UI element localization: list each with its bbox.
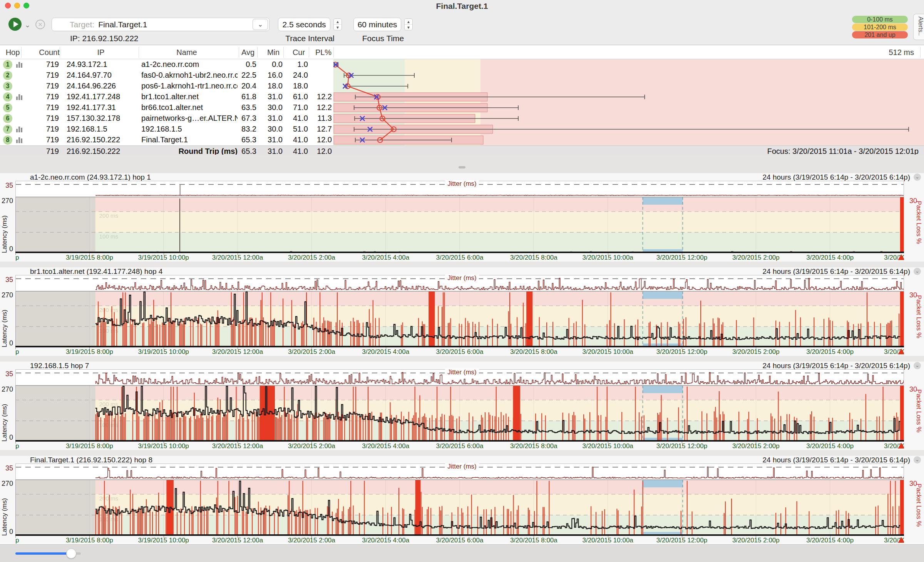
ip-line: IP: 216.92.150.222 [70, 34, 139, 43]
jitter-strip: 35Jitter (ms) [0, 181, 924, 197]
latency-plot-area: 2700Latency (ms)30Packet Loss % [0, 197, 924, 253]
time-tick-label: 3/20/2015 12:00p [656, 442, 707, 450]
time-tick-label: 3/20/2015 6:00a [436, 537, 484, 544]
trace-interval-stepper[interactable]: ▲▼ [333, 18, 342, 30]
splitter-handle[interactable] [459, 166, 465, 168]
time-tick-label: 3/20/2015 4:00a [362, 254, 409, 262]
hop-row-3[interactable]: 371924.164.96.226pos6-1.akrnoh1-rtr1.neo… [0, 81, 333, 92]
cell-min: 31.0 [257, 135, 283, 144]
time-tick-label: 3/20/2015 12:00a [212, 537, 263, 544]
time-tick-label: 3/20/2015 12:00a [212, 254, 263, 262]
timeline-block-4: Final.Target.1 (216.92.150.222) hop 824 … [0, 456, 924, 544]
column-header-plpct[interactable]: PL% [308, 48, 339, 57]
cell-min: 31.0 [257, 92, 283, 101]
cell-avg: 83.2 [231, 125, 256, 133]
time-tick-label: 3/20/2015 12:00p [656, 537, 707, 544]
column-header-ip[interactable]: IP [85, 48, 116, 57]
cell-pl: 12.0 [309, 135, 332, 144]
jitter-label: Jitter (ms) [0, 180, 924, 188]
time-tick-label: 3/20/2015 2:00p [732, 254, 780, 262]
time-axis: 0p3/19/2015 8:00p3/19/2015 10:00p3/20/20… [15, 347, 904, 356]
hop-latency-mini-graph[interactable] [333, 59, 924, 145]
hop-row-7[interactable]: 7719192.168.1.5192.168.1.583.230.051.012… [0, 124, 333, 135]
jitter-strip: 35Jitter (ms) [0, 464, 924, 480]
cell-pl: 12.7 [309, 125, 332, 133]
time-tick-label: 3/20/2015 8:00a [510, 537, 557, 544]
hop-number-badge: 3 [3, 82, 12, 91]
play-options-chevron-icon[interactable]: ⌄ [25, 21, 30, 29]
cell-avg: 22.5 [231, 71, 256, 80]
hop-row-8[interactable]: 8719216.92.150.222Final.Target.165.331.0… [0, 135, 333, 145]
time-axis: 0p3/19/2015 8:00p3/19/2015 10:00p3/20/20… [15, 442, 904, 450]
time-tick-label: 3/19/2015 8:00p [66, 348, 113, 356]
trace-interval-input[interactable]: 2.5 seconds [278, 18, 330, 31]
cell-count: 719 [21, 60, 59, 69]
hop-row-4[interactable]: 4719192.41.177.248br1.tco1.alter.net61.8… [0, 92, 333, 102]
current-time-marker [898, 349, 904, 354]
packetloss-axis-label: Packet Loss % [915, 484, 922, 536]
stop-icon[interactable]: ✕ [35, 20, 45, 29]
target-input[interactable]: Target:Final.Target.1 ⌄ [52, 18, 270, 31]
hop-row-6[interactable]: 6719157.130.32.178pairnetworks-g…er.ALTE… [0, 113, 333, 124]
latency-canvas[interactable] [15, 197, 904, 253]
latency-canvas[interactable] [15, 385, 904, 442]
cell-cur: 71.0 [283, 103, 308, 112]
time-tick-label: 3/20/2015 10:00a [582, 442, 633, 450]
latency-plot-area: 2700Latency (ms)30Packet Loss % [0, 480, 924, 536]
column-header-count[interactable]: Count [34, 48, 65, 57]
cell-cur: 61.0 [283, 92, 308, 101]
timeline-block-1: a1-2c.neo.rr.com (24.93.172.1) hop 124 h… [0, 173, 924, 262]
legend-pill-0[interactable]: 0-100 ms [852, 16, 908, 23]
section-gap [0, 155, 924, 173]
time-tick-label: 3/20/2015 2:00p [732, 348, 780, 356]
jitter-strip: 35Jitter (ms) [0, 275, 924, 291]
time-tick-label: 3/20/2015 4:00p [806, 537, 854, 544]
focus-time-stepper[interactable]: ▲▼ [404, 18, 413, 30]
time-tick-label: 3/20/2015 2:00a [288, 254, 335, 262]
cell-pl: 12.2 [309, 92, 332, 101]
cell-avg: 61.8 [231, 92, 256, 101]
current-time-marker [898, 537, 904, 543]
focus-time-input[interactable]: 60 minutes [353, 18, 401, 31]
latency-axis-label: Latency (ms) [1, 203, 8, 253]
column-header-hop[interactable]: Hop [0, 48, 28, 57]
cell-name: br66.tco1.alter.net [141, 103, 238, 112]
time-tick-label: 3/20/2015 4:00a [362, 537, 409, 544]
cell-name: a1-2c.neo.rr.com [141, 60, 238, 69]
cell-min: 0.0 [257, 60, 283, 69]
slider-knob[interactable] [66, 549, 76, 559]
hop-row-2[interactable]: 271924.164.97.70fas0-0.akrnoh1-ubr2.neo.… [0, 70, 333, 81]
time-tick-label: 0p [15, 442, 19, 450]
timeline-zoom-slider[interactable] [15, 552, 81, 555]
time-tick-label: 3/19/2015 10:00p [138, 348, 189, 356]
cell-name: br1.tco1.alter.net [141, 92, 238, 101]
time-tick-label: 3/20/2015 10:00a [582, 254, 633, 262]
target-input-label: Target: [52, 20, 94, 29]
hop-row-1[interactable]: 171924.93.172.1a1-2c.neo.rr.com0.50.01.0 [0, 59, 333, 70]
cell-cur: 18.0 [283, 82, 308, 90]
latency-canvas[interactable] [15, 480, 904, 536]
play-button[interactable] [8, 18, 22, 31]
time-tick-label: 3/20/2015 8:00a [510, 442, 557, 450]
legend-pill-2[interactable]: 201 and up [852, 31, 908, 38]
jitter-label: Jitter (ms) [0, 274, 924, 282]
jitter-label: Jitter (ms) [0, 369, 924, 376]
cell-count: 719 [21, 125, 59, 133]
cell-avg: 20.4 [231, 82, 256, 90]
time-tick-label: 0p [15, 348, 19, 356]
target-dropdown-button[interactable]: ⌄ [253, 19, 268, 30]
latency-canvas[interactable] [15, 291, 904, 347]
packetloss-axis-label: Packet Loss % [915, 295, 922, 347]
alerts-tab[interactable]: Alerts.. [913, 14, 924, 40]
cell-cur: 24.0 [283, 71, 308, 80]
latency-axis-label: Latency (ms) [1, 392, 8, 442]
column-separator [309, 47, 309, 58]
cell-count: 719 [21, 92, 59, 101]
column-header-name[interactable]: Name [171, 48, 202, 57]
cell-ip: 24.93.172.1 [67, 60, 107, 69]
legend-pill-1[interactable]: 101-200 ms [852, 23, 908, 31]
cell-ip: 216.92.150.222 [67, 135, 120, 144]
ip-value: 216.92.150.222 [82, 34, 139, 43]
hop-row-5[interactable]: 5719192.41.177.31br66.tco1.alter.net63.5… [0, 102, 333, 113]
time-tick-label: 3/20/2015 4:00a [362, 442, 409, 450]
